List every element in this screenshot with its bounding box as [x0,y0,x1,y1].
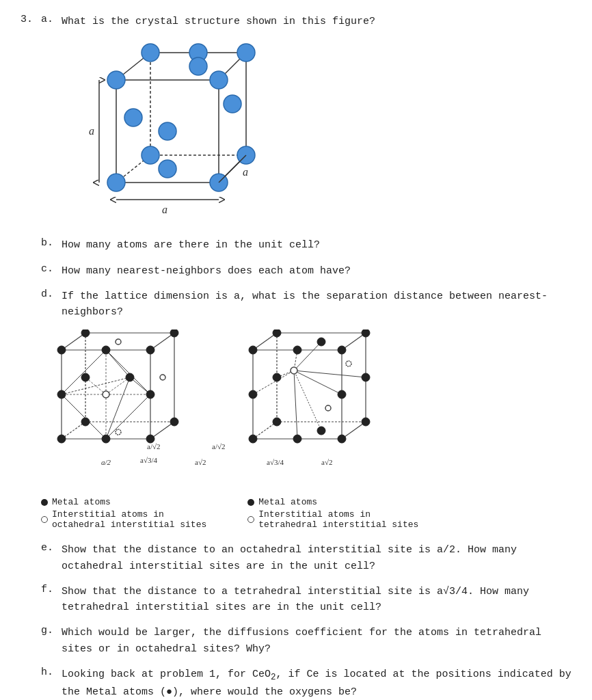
svg-point-112 [317,338,325,346]
legend-oct-interstitial: Interstitial atoms in octahedral interst… [41,509,206,530]
svg-point-65 [81,418,90,426]
svg-point-109 [293,435,301,443]
svg-point-68 [57,390,66,399]
legend-tet-metal: Metal atoms [247,497,418,507]
interstitial-figure: a/2 a√3/4 a√2 a/√2 [41,329,571,490]
question-letter-e: e. [41,542,62,574]
svg-line-54 [62,377,130,394]
svg-point-73 [116,339,121,345]
svg-point-108 [293,346,301,354]
question-text-b: How many atoms are there in the unit cel… [62,237,571,253]
svg-point-115 [317,427,325,435]
question-text-g: Which would be larger, the diffusions co… [62,625,571,657]
svg-line-52 [106,394,150,439]
svg-text:a: a [162,204,167,215]
svg-point-110 [249,390,257,399]
legend-tet: Metal atoms Interstitial atoms in tetrah… [247,497,418,530]
svg-point-24 [189,57,207,75]
question-text-e: Show that the distance to an octahedral … [62,542,571,574]
svg-point-103 [338,435,346,443]
svg-point-74 [160,375,165,380]
question-letter-b: b. [41,237,62,253]
legend-tet-int-label: Interstitial atoms in tetrahedral inters… [258,509,418,530]
svg-text:a/√2: a/√2 [147,442,160,450]
svg-point-72 [103,391,109,398]
question-letter-d: d. [41,288,62,321]
question-number: 3. [21,14,41,29]
interstitial-legend: Metal atoms Interstitial atoms in octahe… [41,497,571,530]
svg-point-111 [338,390,346,399]
svg-text:a√3/4: a√3/4 [140,456,157,464]
svg-point-117 [325,405,331,411]
svg-point-59 [146,346,154,354]
question-letter-c: c. [41,263,62,279]
question-text-c: How many nearest-neighbors does each ato… [62,263,571,279]
svg-point-22 [124,109,142,126]
interstitial-tet-dot-icon [247,516,254,523]
legend-oct: Metal atoms Interstitial atoms in octahe… [41,497,206,530]
spacer-num-d [21,288,41,321]
svg-point-114 [362,373,370,381]
crystal-structure-figure: a a a [62,39,267,230]
svg-point-100 [249,346,257,354]
legend-tet-interstitial: Interstitial atoms in tetrahedral inters… [247,509,418,530]
question-text-f: Show that the distance to a tetrahedral … [62,584,571,616]
legend-oct-metal: Metal atoms [41,497,206,507]
svg-point-63 [170,329,178,337]
svg-line-53 [62,394,106,439]
svg-point-67 [102,435,110,443]
svg-line-98 [294,371,366,377]
svg-point-70 [126,373,134,381]
svg-point-69 [146,390,154,399]
legend-oct-metal-label: Metal atoms [52,497,111,507]
svg-point-21 [159,122,176,140]
question-text-h: Looking back at problem 1, for CeO2, if … [62,667,571,700]
svg-point-106 [362,418,370,426]
spacer-num-g [21,625,41,657]
question-letter-f: f. [41,584,62,616]
svg-point-101 [338,346,346,354]
svg-point-13 [210,71,228,89]
svg-point-113 [273,373,281,381]
svg-point-71 [81,373,90,381]
spacer-num-f [21,584,41,616]
svg-point-105 [362,329,370,337]
svg-text:a√2: a√2 [195,458,206,466]
svg-point-118 [346,361,351,366]
svg-point-58 [57,346,66,354]
legend-oct-int-label: Interstitial atoms in octahedral interst… [52,509,206,530]
svg-line-95 [294,371,297,439]
svg-point-64 [170,418,178,426]
svg-point-107 [273,418,281,426]
legend-tet-metal-label: Metal atoms [258,497,317,507]
svg-line-50 [62,350,106,394]
spacer-num-c [21,263,41,279]
svg-point-102 [249,435,257,443]
svg-point-62 [81,329,90,337]
svg-point-25 [159,160,176,178]
svg-point-16 [142,44,159,62]
svg-point-17 [237,44,255,62]
svg-point-19 [142,146,159,164]
question-text-a: What is the crystal structure shown in t… [62,14,571,29]
question-text-d: If the lattice dimension is a, what is t… [62,288,571,321]
svg-text:a/√2: a/√2 [212,442,225,450]
svg-text:a: a [243,166,248,178]
metal-dot-icon [41,499,48,506]
svg-line-51 [106,350,150,394]
interstitial-dot-icon [41,516,48,523]
svg-point-66 [102,346,110,354]
spacer-num [21,237,41,253]
svg-point-14 [107,174,125,191]
svg-point-23 [224,95,241,113]
svg-point-104 [273,329,281,337]
svg-point-60 [57,435,66,443]
question-letter-g: g. [41,625,62,657]
question-letter-a: a. [41,14,62,29]
svg-text:a/2: a/2 [101,458,111,466]
svg-point-75 [116,429,121,435]
svg-line-93 [253,371,294,394]
spacer-num-e [21,542,41,574]
svg-point-116 [291,367,297,374]
svg-text:a√2: a√2 [321,458,332,466]
